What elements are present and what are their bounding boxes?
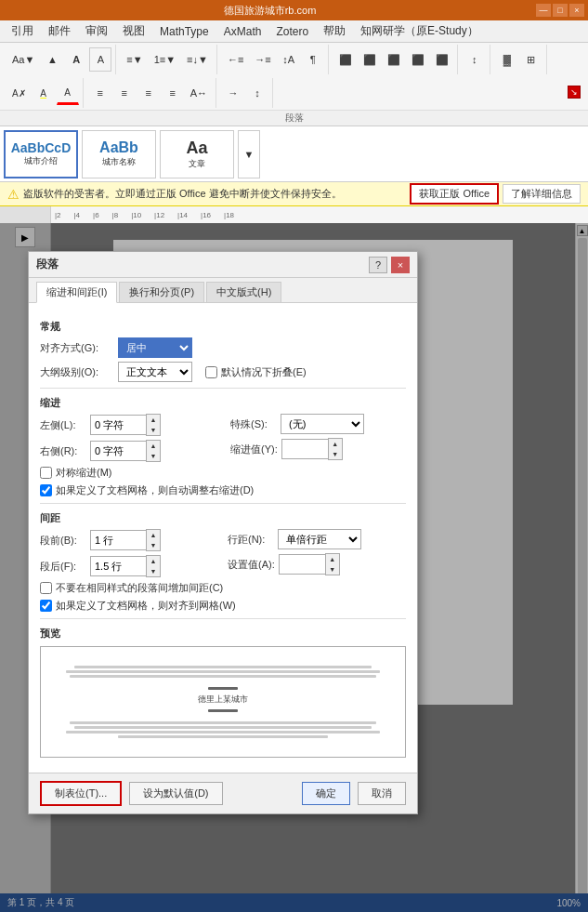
space-at-up[interactable]: ▲ xyxy=(326,554,339,564)
line-spacing-btn[interactable]: ↕ xyxy=(464,47,486,72)
menu-bangzhu[interactable]: 帮助 xyxy=(316,21,353,41)
font-bold-btn[interactable]: A xyxy=(65,47,87,72)
menu-zhiwang[interactable]: 知网研学（原E-Study） xyxy=(353,21,486,41)
tab-linebreak[interactable]: 换行和分页(P) xyxy=(119,282,204,302)
style-item-article[interactable]: Aa 文章 xyxy=(160,130,234,178)
font-color-btn[interactable]: A xyxy=(57,81,79,105)
increase-indent-btn[interactable]: →≡ xyxy=(250,47,275,72)
text-highlight-btn[interactable]: A xyxy=(33,81,55,105)
dialog-help-btn[interactable]: ? xyxy=(369,257,387,273)
indent2-btn[interactable]: → xyxy=(222,81,244,105)
style-item-city-intro[interactable]: AaBbCcD 城市介绍 xyxy=(4,130,78,178)
snap-to-grid-checkbox[interactable] xyxy=(40,600,52,612)
collapse-checkbox[interactable] xyxy=(205,366,217,378)
align-center2-btn[interactable]: ≡ xyxy=(113,81,136,105)
maximize-btn[interactable]: □ xyxy=(553,4,568,17)
align-center-btn[interactable]: ⬛ xyxy=(359,47,381,72)
no-add-space-checkbox[interactable] xyxy=(40,582,52,594)
space-at-input[interactable] xyxy=(279,554,325,575)
align-right2-btn[interactable]: ≡ xyxy=(137,81,160,105)
space-after-up[interactable]: ▲ xyxy=(147,556,160,566)
space-after-input[interactable] xyxy=(90,556,146,576)
style-item-city-name[interactable]: AaBb 城市名称 xyxy=(82,130,156,178)
dialog-body: 常规 对齐方式(G): 居中 左对齐 右对齐 大纲级别(O): 正文文本 1级 … xyxy=(29,303,417,773)
tab-stops-btn[interactable]: 制表位(T)... xyxy=(40,781,122,806)
get-office-btn[interactable]: 获取正版 Office xyxy=(410,183,499,205)
learn-more-btn[interactable]: 了解详细信息 xyxy=(503,184,581,204)
space-before-up[interactable]: ▲ xyxy=(147,530,160,540)
menu-zotero[interactable]: Zotero xyxy=(268,23,316,40)
right-indent-down[interactable]: ▼ xyxy=(147,451,160,461)
cancel-btn[interactable]: 取消 xyxy=(358,782,406,805)
grid-indent-row: 如果定义了文档网格，则自动调整右缩进(D) xyxy=(40,483,406,497)
tab-indent-spacing[interactable]: 缩进和间距(I) xyxy=(36,282,117,303)
numbered-list-btn[interactable]: 1≡▼ xyxy=(150,47,180,72)
pilcrow-btn[interactable]: ¶ xyxy=(302,47,324,72)
columns-btn[interactable]: ⬛ xyxy=(431,47,453,72)
left-indent-spinbox: ▲ ▼ xyxy=(90,414,161,436)
font-char-btn[interactable]: A xyxy=(89,47,111,72)
grid-indent-checkbox[interactable] xyxy=(40,484,52,496)
font-size-btn[interactable]: ▲ xyxy=(41,47,63,72)
menu-mathtype[interactable]: MathType xyxy=(152,23,216,40)
menu-shenyue[interactable]: 审阅 xyxy=(78,21,115,41)
menu-shitu[interactable]: 视图 xyxy=(115,21,152,41)
align-left-btn[interactable]: ⬛ xyxy=(334,47,357,72)
outline-select[interactable]: 正文文本 1级 xyxy=(118,362,192,382)
set-default-btn[interactable]: 设为默认值(D) xyxy=(129,782,222,805)
left-indent-up[interactable]: ▲ xyxy=(147,415,160,425)
font-select-btn[interactable]: Aa▼ xyxy=(7,47,39,72)
paragraph-expand-btn[interactable]: ↘ xyxy=(568,86,581,99)
space-before-input[interactable] xyxy=(90,530,146,550)
ribbon-group-indentsp: → ↕ xyxy=(218,78,273,108)
spacing2-btn[interactable]: ↕ xyxy=(246,81,268,105)
space-at-spinbox: ▲ ▼ xyxy=(279,553,340,575)
cjk-spacing-btn[interactable]: A↔ xyxy=(186,81,212,105)
align-left2-btn[interactable]: ≡ xyxy=(89,81,111,105)
right-indent-up[interactable]: ▲ xyxy=(147,441,160,451)
indent-by-up[interactable]: ▲ xyxy=(329,439,342,449)
space-after-row: 段后(F): ▲ ▼ xyxy=(40,555,218,577)
left-indent-down[interactable]: ▼ xyxy=(147,425,160,435)
justify2-btn[interactable]: ≡ xyxy=(162,81,184,105)
indent-by-input[interactable] xyxy=(281,439,328,459)
ribbon-group-linespace: ↕ xyxy=(460,45,490,74)
menu-yinyong[interactable]: 引用 xyxy=(4,21,41,41)
clear-formatting-btn[interactable]: A✗ xyxy=(7,81,31,105)
space-at-spins: ▲ ▼ xyxy=(325,553,340,575)
right-indent-input[interactable] xyxy=(90,441,146,461)
left-indent-input[interactable] xyxy=(90,415,146,435)
styles-more-btn[interactable]: ▼ xyxy=(238,130,260,178)
multilevel-list-btn[interactable]: ≡↓▼ xyxy=(182,47,213,72)
align-right-btn[interactable]: ⬛ xyxy=(383,47,405,72)
decrease-indent-btn[interactable]: ←≡ xyxy=(223,47,248,72)
dialog-close-btn[interactable]: × xyxy=(391,257,410,273)
special-indent-select[interactable]: (无) 首行缩进 xyxy=(281,414,364,434)
close-btn[interactable]: × xyxy=(569,4,584,17)
indent-left-col: 左侧(L): ▲ ▼ 右侧(R): xyxy=(40,414,216,466)
space-after-down[interactable]: ▼ xyxy=(147,566,160,576)
left-indent-row: 左侧(L): ▲ ▼ xyxy=(40,414,216,436)
line-spacing-row: 行距(N): 单倍行距 1.5倍行距 2倍行距 xyxy=(228,529,406,549)
space-before-down[interactable]: ▼ xyxy=(147,540,160,550)
align-justify-btn[interactable]: ⬛ xyxy=(407,47,429,72)
tab-chinese-layout[interactable]: 中文版式(H) xyxy=(206,282,281,302)
menu-bar: 引用 邮件 审阅 视图 MathType AxMath Zotero 帮助 知网… xyxy=(0,20,588,43)
minimize-btn[interactable]: — xyxy=(536,4,551,17)
mirror-indent-checkbox[interactable] xyxy=(40,467,52,479)
alignment-select[interactable]: 居中 左对齐 右对齐 xyxy=(118,337,192,358)
sort-btn[interactable]: ↕A xyxy=(278,47,300,72)
menu-axmath[interactable]: AxMath xyxy=(216,23,269,40)
space-at-down[interactable]: ▼ xyxy=(326,564,339,575)
main-area: ▶ 州。柏林连续的成 帝国（1871 年－19 －1945 年）。在 20 第二… xyxy=(0,223,588,912)
shading-btn[interactable]: ▓ xyxy=(496,47,518,72)
menu-youjian[interactable]: 邮件 xyxy=(41,21,78,41)
borders-btn[interactable]: ⊞ xyxy=(520,47,542,72)
ok-btn[interactable]: 确定 xyxy=(302,782,350,805)
preview-lines-before xyxy=(48,664,398,680)
line-spacing-select[interactable]: 单倍行距 1.5倍行距 2倍行距 xyxy=(278,529,361,549)
indent-by-down[interactable]: ▼ xyxy=(329,449,342,459)
indent-by-spinbox: ▲ ▼ xyxy=(281,438,343,460)
preview-line-after-4 xyxy=(118,735,328,738)
bullet-list-btn[interactable]: ≡▼ xyxy=(122,47,147,72)
